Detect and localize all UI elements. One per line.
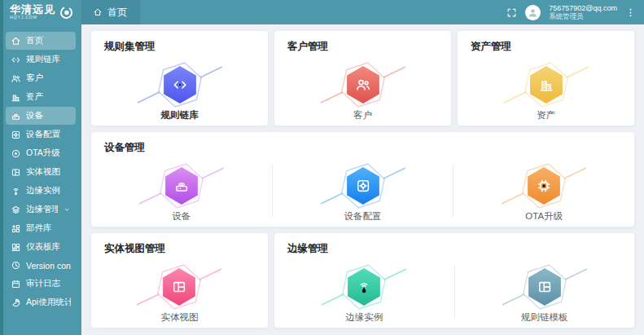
breadcrumb-tab-home[interactable]: 首页 <box>81 0 140 24</box>
breadcrumb-label: 首页 <box>107 6 127 20</box>
sidebar-item-label: 边缘实例 <box>26 185 71 196</box>
sidebar-item-audit[interactable]: 审计日志 <box>6 275 76 293</box>
ota-icon <box>11 148 21 159</box>
sidebar-item-label: 部件库 <box>26 223 71 234</box>
sidebar-item-label: 首页 <box>26 35 71 46</box>
sidebar-item-label: Version control <box>26 261 71 271</box>
hexagon-chip-icon <box>487 160 601 212</box>
logo: 华清远见 HQYJ.COM <box>0 0 81 24</box>
sidebar-item-version[interactable]: Version control <box>6 257 76 274</box>
card-title: 实体视图管理 <box>91 233 268 256</box>
hexagon-device-config-icon <box>306 160 420 212</box>
sidebar-item-label: 客户 <box>26 73 71 84</box>
user-email: 756757902@qq.com <box>549 4 617 13</box>
module-shortcut-code-1[interactable]: 规则链库 <box>91 59 268 121</box>
module-label: 实体视图 <box>160 311 198 324</box>
sidebar-item-label: 仪表板库 <box>26 241 71 253</box>
module-label: 客户 <box>353 109 372 121</box>
sidebar-item-label: 实体视图 <box>26 166 71 178</box>
api-icon <box>11 298 21 308</box>
card-title: 边缘管理 <box>274 233 634 256</box>
users-icon <box>11 73 21 84</box>
logo-mark-icon <box>59 5 74 20</box>
sidebar-item-edge-instance[interactable]: 边缘实例 <box>6 182 76 200</box>
sidebar-item-ota[interactable]: OTA升级 <box>6 144 76 162</box>
audit-icon <box>11 279 21 289</box>
hexagon-code-icon <box>123 59 237 111</box>
user-avatar-icon <box>527 7 539 19</box>
fullscreen-icon[interactable] <box>506 7 517 18</box>
sidebar-item-label: 设备配置 <box>26 129 71 140</box>
sidebar-item-layout[interactable]: 实体视图 <box>6 163 76 181</box>
avatar[interactable] <box>525 5 541 20</box>
main-content: 规则集管理 规则链库 客户管理 客户 资产管理 资产 设备管理 设备设备配置OT… <box>81 24 644 335</box>
version-icon <box>11 260 21 271</box>
module-shortcut-users-2[interactable]: 客户 <box>274 59 451 121</box>
module-label: 设备 <box>172 210 191 223</box>
sidebar-item-code[interactable]: 规则链库 <box>6 51 76 68</box>
card-title: 规则集管理 <box>91 31 268 54</box>
card-rule-set-management: 规则集管理 规则链库 <box>91 31 268 126</box>
card-entity-view-management: 实体视图管理 实体视图 <box>91 233 268 328</box>
sidebar-item-label: 审计日志 <box>26 278 71 289</box>
module-shortcut-layout-9[interactable]: 规则链模板 <box>455 261 635 324</box>
user-meta[interactable]: 756757902@qq.com 系统管理员 <box>549 4 617 21</box>
sidebar-item-label: 边缘管理 <box>26 204 58 215</box>
home-icon <box>93 7 103 17</box>
hexagon-layout-icon <box>488 261 602 313</box>
sidebar-item-label: Api使用统计 <box>26 297 71 308</box>
module-shortcut-device-config-5[interactable]: 设备配置 <box>273 160 453 223</box>
sidebar-item-device-config[interactable]: 设备配置 <box>6 126 76 143</box>
layout-icon <box>11 167 21 178</box>
left-accent-strip <box>0 0 3 335</box>
top-bar: 华清远见 HQYJ.COM 首页 756757902@qq.com 系统管理员 <box>0 0 644 24</box>
dashboard-icon <box>11 242 21 253</box>
kebab-menu-icon <box>625 7 636 18</box>
module-shortcut-edge-instance-8[interactable]: 边缘实例 <box>274 261 454 324</box>
home-icon <box>11 36 21 46</box>
header-actions: 756757902@qq.com 系统管理员 <box>506 0 644 24</box>
code-icon <box>11 55 21 65</box>
sidebar-item-edge[interactable]: 边缘管理 <box>6 201 76 218</box>
home-icon <box>93 7 103 17</box>
hexagon-device-icon <box>125 160 239 212</box>
sidebar-item-label: 设备 <box>26 110 71 121</box>
logo-mark-icon <box>59 5 74 20</box>
building-icon <box>11 92 21 103</box>
card-title: 资产管理 <box>458 31 634 54</box>
module-label: 资产 <box>537 109 555 121</box>
card-title: 设备管理 <box>91 132 634 155</box>
chevron-down-icon <box>63 205 71 214</box>
module-label: 边缘实例 <box>345 311 383 324</box>
sidebar-item-dashboard[interactable]: 仪表板库 <box>6 238 76 256</box>
sidebar-item-home[interactable]: 首页 <box>6 32 76 50</box>
logo-title: 华清远见 <box>10 4 55 15</box>
device-config-icon <box>11 130 21 140</box>
logo-subtitle: HQYJ.COM <box>10 15 44 19</box>
card-title: 客户管理 <box>274 31 451 54</box>
card-customer-management: 客户管理 客户 <box>274 31 451 126</box>
sidebar-item-widgets[interactable]: 部件库 <box>6 219 76 237</box>
module-label: OTA升级 <box>525 210 563 223</box>
sidebar-item-users[interactable]: 客户 <box>6 69 76 87</box>
app-window: 华清远见 HQYJ.COM 首页 756757902@qq.com 系统管理员 … <box>0 0 644 335</box>
sidebar-item-building[interactable]: 资产 <box>6 88 76 106</box>
user-role: 系统管理员 <box>549 12 617 20</box>
sidebar-item-device[interactable]: 设备 <box>6 107 76 125</box>
sidebar: 首页规则链库客户资产设备设备配置OTA升级实体视图边缘实例边缘管理部件库仪表板库… <box>0 24 81 335</box>
hexagon-building-icon <box>489 59 603 111</box>
hexagon-edge-instance-icon <box>307 261 421 313</box>
module-shortcut-device-4[interactable]: 设备 <box>91 160 272 223</box>
module-shortcut-layout-7[interactable]: 实体视图 <box>91 261 268 324</box>
module-shortcut-chip-6[interactable]: OTA升级 <box>453 160 634 223</box>
kebab-menu-icon[interactable] <box>625 7 636 18</box>
edge-icon <box>11 205 21 215</box>
module-shortcut-building-3[interactable]: 资产 <box>458 59 634 121</box>
hexagon-users-icon <box>306 59 420 111</box>
sidebar-item-label: 规则链库 <box>26 54 71 65</box>
module-label: 规则链模板 <box>521 311 568 324</box>
sidebar-item-label: OTA升级 <box>26 148 71 159</box>
sidebar-item-api[interactable]: Api使用统计 <box>6 293 76 311</box>
widgets-icon <box>11 223 21 234</box>
user-avatar-icon <box>527 7 539 19</box>
